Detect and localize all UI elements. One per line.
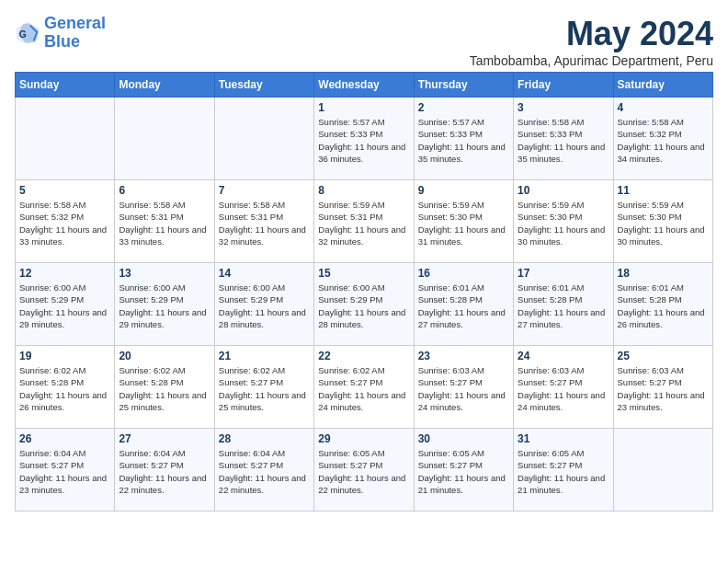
day-number: 16 <box>418 267 509 280</box>
day-info: Sunrise: 5:59 AM Sunset: 5:31 PM Dayligh… <box>318 199 409 247</box>
day-info: Sunrise: 6:02 AM Sunset: 5:27 PM Dayligh… <box>219 364 310 413</box>
logo-line2: Blue <box>44 32 80 51</box>
day-info: Sunrise: 6:03 AM Sunset: 5:27 PM Dayligh… <box>418 364 509 413</box>
day-number: 28 <box>219 432 310 445</box>
calendar-cell: 31Sunrise: 6:05 AM Sunset: 5:27 PM Dayli… <box>514 429 613 511</box>
day-info: Sunrise: 6:04 AM Sunset: 5:27 PM Dayligh… <box>219 447 310 496</box>
dow-header-monday: Monday <box>115 73 214 98</box>
day-info: Sunrise: 5:57 AM Sunset: 5:33 PM Dayligh… <box>318 116 409 165</box>
calendar-cell: 4Sunrise: 5:58 AM Sunset: 5:32 PM Daylig… <box>613 98 712 180</box>
day-number: 21 <box>219 350 310 362</box>
day-info: Sunrise: 6:05 AM Sunset: 5:27 PM Dayligh… <box>418 447 509 496</box>
day-info: Sunrise: 5:59 AM Sunset: 5:30 PM Dayligh… <box>618 199 709 247</box>
calendar-cell: 12Sunrise: 6:00 AM Sunset: 5:29 PM Dayli… <box>16 263 115 346</box>
title-block: May 2024 Tambobamba, Apurimac Department… <box>470 15 713 68</box>
day-of-week-header-row: SundayMondayTuesdayWednesdayThursdayFrid… <box>16 73 713 98</box>
logo-line1: General <box>44 14 106 32</box>
calendar-table: SundayMondayTuesdayWednesdayThursdayFrid… <box>15 72 713 511</box>
page-header: G General Blue May 2024 Tambobamba, Apur… <box>15 15 713 68</box>
calendar-cell: 10Sunrise: 5:59 AM Sunset: 5:30 PM Dayli… <box>514 180 613 263</box>
calendar-cell: 9Sunrise: 5:59 AM Sunset: 5:30 PM Daylig… <box>414 180 513 263</box>
day-number: 13 <box>119 267 210 280</box>
day-number: 24 <box>518 350 609 362</box>
calendar-cell <box>16 98 115 180</box>
calendar-cell: 13Sunrise: 6:00 AM Sunset: 5:29 PM Dayli… <box>115 263 214 346</box>
day-number: 14 <box>219 267 310 280</box>
calendar-week-row: 19Sunrise: 6:02 AM Sunset: 5:28 PM Dayli… <box>16 346 713 429</box>
day-number: 23 <box>418 350 509 362</box>
day-info: Sunrise: 6:05 AM Sunset: 5:27 PM Dayligh… <box>318 447 409 496</box>
svg-text:G: G <box>19 29 27 39</box>
day-number: 30 <box>418 432 509 445</box>
day-info: Sunrise: 5:58 AM Sunset: 5:33 PM Dayligh… <box>518 116 609 165</box>
day-number: 5 <box>19 184 110 197</box>
logo-text: General Blue <box>44 15 106 52</box>
day-number: 10 <box>518 184 609 197</box>
day-number: 1 <box>318 101 409 114</box>
day-info: Sunrise: 5:59 AM Sunset: 5:30 PM Dayligh… <box>418 199 509 247</box>
day-number: 18 <box>618 267 709 280</box>
calendar-cell: 19Sunrise: 6:02 AM Sunset: 5:28 PM Dayli… <box>16 346 115 429</box>
day-number: 29 <box>318 432 409 445</box>
day-number: 4 <box>618 101 709 114</box>
calendar-cell: 27Sunrise: 6:04 AM Sunset: 5:27 PM Dayli… <box>115 429 214 511</box>
calendar-cell: 22Sunrise: 6:02 AM Sunset: 5:27 PM Dayli… <box>314 346 414 429</box>
calendar-cell: 7Sunrise: 5:58 AM Sunset: 5:31 PM Daylig… <box>214 180 313 263</box>
day-number: 11 <box>618 184 709 197</box>
day-number: 7 <box>219 184 310 197</box>
day-info: Sunrise: 6:04 AM Sunset: 5:27 PM Dayligh… <box>119 447 210 496</box>
calendar-cell: 5Sunrise: 5:58 AM Sunset: 5:32 PM Daylig… <box>16 180 115 263</box>
logo: G General Blue <box>15 15 106 52</box>
day-number: 19 <box>19 350 110 362</box>
calendar-cell <box>613 429 712 511</box>
calendar-cell: 23Sunrise: 6:03 AM Sunset: 5:27 PM Dayli… <box>414 346 513 429</box>
calendar-cell: 18Sunrise: 6:01 AM Sunset: 5:28 PM Dayli… <box>613 263 712 346</box>
day-info: Sunrise: 6:00 AM Sunset: 5:29 PM Dayligh… <box>318 282 409 330</box>
logo-icon: G <box>15 20 40 46</box>
day-number: 3 <box>518 101 609 114</box>
day-number: 2 <box>418 101 509 114</box>
calendar-cell: 21Sunrise: 6:02 AM Sunset: 5:27 PM Dayli… <box>214 346 313 429</box>
day-info: Sunrise: 6:05 AM Sunset: 5:27 PM Dayligh… <box>518 447 609 496</box>
day-number: 6 <box>119 184 210 197</box>
calendar-cell: 25Sunrise: 6:03 AM Sunset: 5:27 PM Dayli… <box>613 346 712 429</box>
day-info: Sunrise: 6:03 AM Sunset: 5:27 PM Dayligh… <box>518 364 609 413</box>
day-number: 27 <box>119 432 210 445</box>
day-info: Sunrise: 5:59 AM Sunset: 5:30 PM Dayligh… <box>518 199 609 247</box>
calendar-cell: 11Sunrise: 5:59 AM Sunset: 5:30 PM Dayli… <box>613 180 712 263</box>
day-info: Sunrise: 6:04 AM Sunset: 5:27 PM Dayligh… <box>19 447 110 496</box>
calendar-cell: 16Sunrise: 6:01 AM Sunset: 5:28 PM Dayli… <box>414 263 513 346</box>
calendar-cell: 29Sunrise: 6:05 AM Sunset: 5:27 PM Dayli… <box>314 429 414 511</box>
calendar-cell <box>214 98 313 180</box>
day-info: Sunrise: 6:00 AM Sunset: 5:29 PM Dayligh… <box>219 282 310 330</box>
calendar-week-row: 26Sunrise: 6:04 AM Sunset: 5:27 PM Dayli… <box>16 429 713 511</box>
dow-header-wednesday: Wednesday <box>314 73 414 98</box>
calendar-cell: 1Sunrise: 5:57 AM Sunset: 5:33 PM Daylig… <box>314 98 414 180</box>
day-info: Sunrise: 5:58 AM Sunset: 5:32 PM Dayligh… <box>618 116 709 165</box>
dow-header-friday: Friday <box>514 73 613 98</box>
day-number: 25 <box>618 350 709 362</box>
day-info: Sunrise: 5:58 AM Sunset: 5:31 PM Dayligh… <box>119 199 210 247</box>
day-number: 22 <box>318 350 409 362</box>
calendar-cell: 14Sunrise: 6:00 AM Sunset: 5:29 PM Dayli… <box>214 263 313 346</box>
day-info: Sunrise: 6:02 AM Sunset: 5:27 PM Dayligh… <box>318 364 409 413</box>
calendar-week-row: 1Sunrise: 5:57 AM Sunset: 5:33 PM Daylig… <box>16 98 713 180</box>
day-info: Sunrise: 6:01 AM Sunset: 5:28 PM Dayligh… <box>518 282 609 330</box>
dow-header-tuesday: Tuesday <box>214 73 313 98</box>
calendar-cell: 6Sunrise: 5:58 AM Sunset: 5:31 PM Daylig… <box>115 180 214 263</box>
day-info: Sunrise: 6:00 AM Sunset: 5:29 PM Dayligh… <box>119 282 210 330</box>
day-info: Sunrise: 5:58 AM Sunset: 5:31 PM Dayligh… <box>219 199 310 247</box>
calendar-cell: 8Sunrise: 5:59 AM Sunset: 5:31 PM Daylig… <box>314 180 414 263</box>
calendar-cell: 28Sunrise: 6:04 AM Sunset: 5:27 PM Dayli… <box>214 429 313 511</box>
calendar-cell: 24Sunrise: 6:03 AM Sunset: 5:27 PM Dayli… <box>514 346 613 429</box>
day-number: 15 <box>318 267 409 280</box>
day-number: 12 <box>19 267 110 280</box>
calendar-cell: 30Sunrise: 6:05 AM Sunset: 5:27 PM Dayli… <box>414 429 513 511</box>
day-number: 26 <box>19 432 110 445</box>
calendar-week-row: 12Sunrise: 6:00 AM Sunset: 5:29 PM Dayli… <box>16 263 713 346</box>
day-number: 17 <box>518 267 609 280</box>
calendar-cell: 26Sunrise: 6:04 AM Sunset: 5:27 PM Dayli… <box>16 429 115 511</box>
day-info: Sunrise: 6:02 AM Sunset: 5:28 PM Dayligh… <box>119 364 210 413</box>
calendar-cell: 17Sunrise: 6:01 AM Sunset: 5:28 PM Dayli… <box>514 263 613 346</box>
day-info: Sunrise: 6:01 AM Sunset: 5:28 PM Dayligh… <box>418 282 509 330</box>
